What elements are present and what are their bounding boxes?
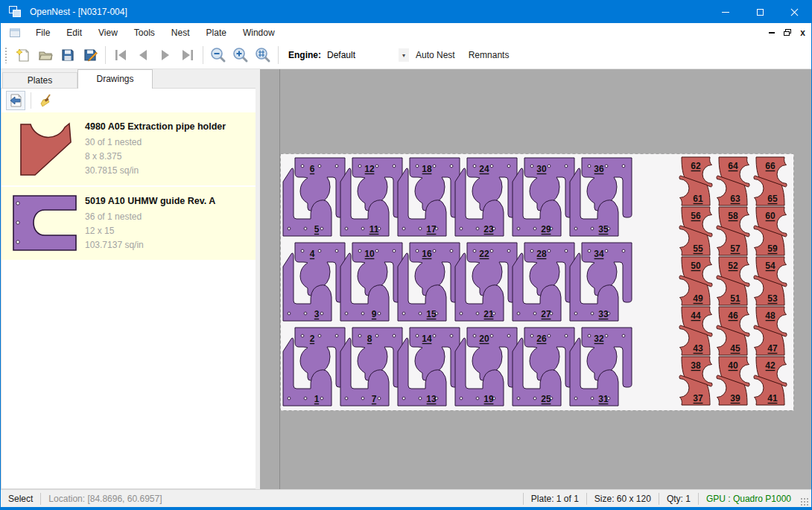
last-arrow-icon [180, 48, 195, 62]
save-icon [60, 48, 75, 63]
part-number: 44 [691, 310, 701, 321]
drawing-list-item[interactable]: 4980 A05 Extraction pipe holder 30 of 1 … [1, 112, 256, 185]
menu-plate[interactable]: Plate [198, 25, 235, 41]
part-number: 29 [541, 224, 551, 235]
first-plate-button[interactable] [110, 45, 132, 66]
main-toolbar: Engine: Default ▾ Auto Nest Remnants [1, 42, 811, 69]
part-number: 5 [314, 224, 320, 235]
menu-window[interactable]: Window [235, 25, 283, 41]
open-file-button[interactable] [34, 45, 57, 66]
drawings-panel: 4980 A05 Extraction pipe holder 30 of 1 … [1, 88, 256, 489]
status-location: Location: [84.8696, 60.6957] [41, 494, 169, 504]
tab-plates[interactable]: Plates [2, 72, 77, 89]
mdi-system-icon[interactable] [10, 28, 20, 37]
mdi-close-icon[interactable]: x [800, 29, 805, 36]
part-number: 6 [310, 164, 315, 174]
part-number: 22 [479, 249, 489, 259]
part-number: 56 [691, 211, 701, 221]
part-number: 49 [693, 293, 703, 304]
save-button[interactable] [57, 45, 79, 66]
menu-tools[interactable]: Tools [126, 25, 163, 41]
part-number: 38 [691, 360, 701, 371]
part-number: 47 [767, 343, 778, 354]
plate-svg: 6512111817242330293635431091615222128273… [280, 153, 794, 411]
part-number: 31 [598, 394, 609, 404]
part-number: 8 [367, 334, 372, 344]
part-number: 50 [691, 261, 701, 271]
drawings-list: 4980 A05 Extraction pipe holder 30 of 1 … [1, 112, 256, 488]
part-number: 46 [728, 310, 738, 321]
mdi-restore-icon[interactable] [784, 29, 791, 36]
part-number: 66 [765, 161, 775, 171]
drawing-size: 8 x 8.375 [85, 150, 251, 164]
drawing-list-item[interactable]: 5019 A10 UHMW guide Rev. A 36 of 1 neste… [1, 187, 256, 260]
part-number: 15 [426, 309, 437, 319]
nest-canvas[interactable]: 6512111817242330293635431091615222128273… [260, 69, 811, 489]
part-number: 39 [730, 393, 740, 404]
minimize-button[interactable] [708, 1, 743, 23]
part-number: 62 [691, 161, 701, 171]
panel-tabs: Plates Drawings [1, 69, 260, 89]
part-number: 2 [310, 334, 315, 344]
menu-nest[interactable]: Nest [163, 25, 198, 41]
import-drawing-button[interactable] [6, 91, 25, 110]
drawing-size: 12 x 15 [85, 224, 251, 238]
part-number: 60 [765, 211, 775, 221]
part-number: 41 [767, 393, 778, 404]
next-plate-button[interactable] [154, 45, 177, 66]
zoom-in-button[interactable] [229, 45, 252, 66]
toolbar-grip[interactable] [4, 47, 7, 63]
auto-nest-button[interactable]: Auto Nest [409, 45, 462, 65]
part-number: 11 [369, 224, 379, 235]
status-bar: Select Location: [84.8696, 60.6957] Plat… [1, 489, 811, 507]
new-file-icon [16, 48, 31, 63]
maximize-button[interactable] [743, 1, 777, 23]
save-as-button[interactable] [79, 45, 101, 66]
menu-view[interactable]: View [90, 25, 126, 41]
drawing-thumbnail [10, 118, 85, 179]
remnants-button[interactable]: Remnants [462, 45, 516, 65]
mdi-window-controls: x [769, 23, 805, 42]
part-number: 64 [728, 161, 738, 171]
new-file-button[interactable] [12, 45, 34, 66]
previous-plate-button[interactable] [132, 45, 154, 66]
plate-view[interactable]: 6512111817242330293635431091615222128273… [280, 153, 794, 411]
zoom-fit-button[interactable] [252, 45, 274, 66]
menu-file[interactable]: File [28, 25, 58, 41]
menu-edit[interactable]: Edit [58, 25, 90, 41]
part-number: 13 [426, 394, 437, 404]
part-number: 16 [422, 249, 432, 259]
status-mode: Select [1, 494, 40, 504]
part-number: 1 [314, 394, 320, 404]
resize-grip[interactable] [800, 497, 809, 506]
part-number: 54 [765, 261, 775, 271]
zoom-out-button[interactable] [207, 45, 229, 66]
last-plate-button[interactable] [177, 45, 199, 66]
app-icon [9, 6, 22, 18]
part-number: 42 [765, 360, 775, 371]
first-arrow-icon [113, 48, 128, 62]
part-number: 63 [730, 194, 740, 204]
save-as-icon [83, 48, 98, 63]
drawing-thumbnail [10, 193, 85, 254]
left-panel: Plates Drawings [1, 69, 260, 489]
part-number: 26 [536, 334, 547, 344]
window-bottom-border [1, 507, 811, 509]
engine-select[interactable]: Default ▾ [326, 47, 409, 63]
part-number: 12 [364, 164, 375, 174]
part-number: 58 [728, 211, 738, 221]
previous-arrow-icon [136, 48, 150, 62]
part-number: 36 [594, 164, 604, 174]
chevron-down-icon[interactable]: ▾ [399, 48, 409, 62]
tab-drawings[interactable]: Drawings [77, 69, 153, 89]
part-number: 34 [594, 249, 604, 259]
clear-drawings-button[interactable] [37, 91, 56, 110]
part-number: 10 [364, 249, 375, 259]
part-number: 51 [730, 293, 740, 304]
status-plate: Plate: 1 of 1 [524, 494, 586, 504]
part-number: 32 [594, 334, 604, 344]
close-button[interactable] [777, 1, 811, 23]
part-number: 25 [541, 394, 551, 404]
mdi-minimize-icon[interactable] [769, 32, 775, 34]
drawing-nested-count: 30 of 1 nested [85, 136, 251, 150]
